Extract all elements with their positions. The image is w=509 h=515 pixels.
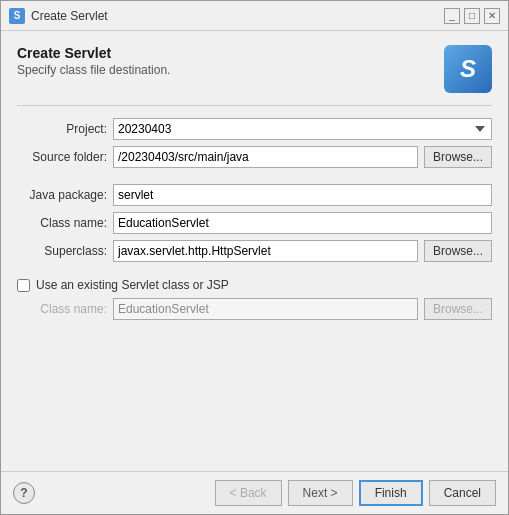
project-label: Project: — [17, 122, 107, 136]
project-row: Project: 20230403 — [17, 118, 492, 140]
bottom-bar: ? < Back Next > Finish Cancel — [1, 471, 508, 514]
java-package-input[interactable] — [113, 184, 492, 206]
separator-top — [17, 105, 492, 106]
dialog-logo: S — [444, 45, 492, 93]
dialog-subtitle: Specify class file destination. — [17, 63, 170, 77]
superclass-label: Superclass: — [17, 244, 107, 258]
dialog-header: Create Servlet Specify class file destin… — [17, 45, 492, 93]
back-button[interactable]: < Back — [215, 480, 282, 506]
superclass-browse-button[interactable]: Browse... — [424, 240, 492, 262]
existing-servlet-checkbox-row: Use an existing Servlet class or JSP — [17, 278, 492, 292]
existing-class-browse-button: Browse... — [424, 298, 492, 320]
source-folder-input[interactable] — [113, 146, 418, 168]
title-bar-left: S Create Servlet — [9, 8, 108, 24]
existing-class-label: Class name: — [17, 302, 107, 316]
dialog: S Create Servlet _ □ ✕ Create Servlet Sp… — [0, 0, 509, 515]
title-bar: S Create Servlet _ □ ✕ — [1, 1, 508, 31]
class-name-label: Class name: — [17, 216, 107, 230]
dialog-body: Create Servlet Specify class file destin… — [1, 31, 508, 471]
dialog-header-text: Create Servlet Specify class file destin… — [17, 45, 170, 77]
title-text: Create Servlet — [31, 9, 108, 23]
maximize-button[interactable]: □ — [464, 8, 480, 24]
next-button[interactable]: Next > — [288, 480, 353, 506]
existing-servlet-label: Use an existing Servlet class or JSP — [36, 278, 229, 292]
body-spacer — [17, 330, 492, 461]
existing-servlet-checkbox[interactable] — [17, 279, 30, 292]
cancel-button[interactable]: Cancel — [429, 480, 496, 506]
bottom-left: ? — [13, 482, 35, 504]
dialog-icon: S — [9, 8, 25, 24]
existing-class-input[interactable] — [113, 298, 418, 320]
finish-button[interactable]: Finish — [359, 480, 423, 506]
title-buttons: _ □ ✕ — [444, 8, 500, 24]
spacer-1 — [17, 174, 492, 178]
class-name-input[interactable] — [113, 212, 492, 234]
minimize-button[interactable]: _ — [444, 8, 460, 24]
source-folder-label: Source folder: — [17, 150, 107, 164]
spacer-2 — [17, 268, 492, 272]
superclass-input[interactable] — [113, 240, 418, 262]
superclass-row: Superclass: Browse... — [17, 240, 492, 262]
existing-class-row: Class name: Browse... — [17, 298, 492, 320]
project-select[interactable]: 20230403 — [113, 118, 492, 140]
form-section: Project: 20230403 Source folder: Browse.… — [17, 118, 492, 320]
source-folder-browse-button[interactable]: Browse... — [424, 146, 492, 168]
dialog-title: Create Servlet — [17, 45, 170, 61]
class-name-row: Class name: — [17, 212, 492, 234]
close-button[interactable]: ✕ — [484, 8, 500, 24]
help-button[interactable]: ? — [13, 482, 35, 504]
source-folder-row: Source folder: Browse... — [17, 146, 492, 168]
bottom-right: < Back Next > Finish Cancel — [215, 480, 496, 506]
java-package-row: Java package: — [17, 184, 492, 206]
java-package-label: Java package: — [17, 188, 107, 202]
